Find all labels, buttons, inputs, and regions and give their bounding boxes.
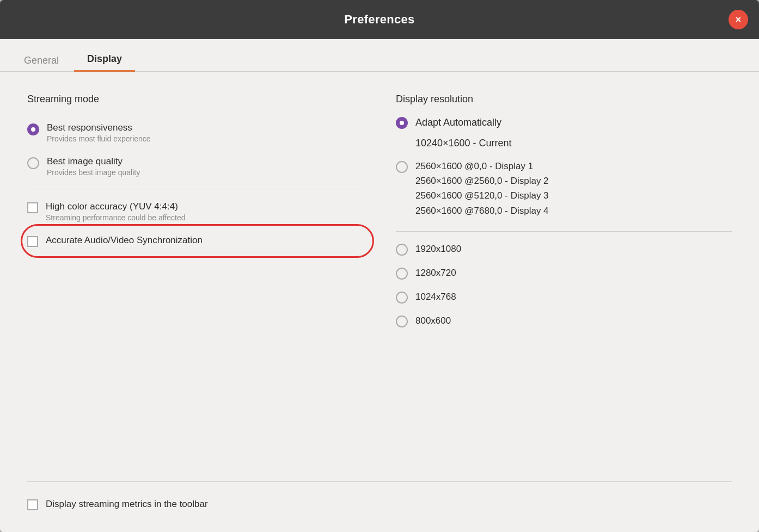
right-column: Display resolution Adapt Automatically 1… [396,94,732,471]
radio-label-best-responsiveness: Best responsiveness [47,122,151,133]
radio-display-group[interactable]: 2560×1600 @0,0 - Display 1 2560×1600 @25… [396,153,732,226]
current-resolution-text: 10240×1600 - Current [415,138,732,149]
divider-1 [27,189,363,189]
checkbox-streaming-metrics[interactable]: Display streaming metrics in the toolbar [27,498,732,510]
checkbox-label-audio-sync: Accurate Audio/Video Synchronization [46,235,203,246]
checkbox-label-high-color: High color accuracy (YUV 4:4:4) [46,201,186,212]
checkbox-sublabel-high-color: Streaming performance could be affected [46,213,186,222]
radio-circle-1920x1080[interactable] [396,244,408,256]
radio-1280x720[interactable]: 1280x720 [396,261,732,285]
bottom-section: Display streaming metrics in the toolbar [27,481,732,510]
radio-sublabel-best-responsiveness: Provides most fluid experience [47,134,151,143]
resolution-label-1920x1080: 1920x1080 [415,244,461,255]
left-column: Streaming mode Best responsiveness Provi… [27,94,363,471]
tab-display[interactable]: Display [74,48,135,72]
display-4-text: 2560×1600 @7680,0 - Display 4 [415,203,549,218]
tabs-bar: General Display [0,39,759,72]
checkbox-box-high-color[interactable] [27,202,38,213]
streaming-mode-title: Streaming mode [27,94,363,105]
checkbox-box-streaming-metrics[interactable] [27,499,38,510]
checkbox-audio-sync[interactable]: Accurate Audio/Video Synchronization [27,228,363,253]
radio-label-adapt-auto: Adapt Automatically [415,117,501,128]
radio-circle-adapt-auto[interactable] [396,117,408,129]
display-group-text: 2560×1600 @0,0 - Display 1 2560×1600 @25… [415,159,549,218]
display-1-text: 2560×1600 @0,0 - Display 1 [415,159,549,174]
divider-right-1 [396,231,732,232]
titlebar: Preferences × [0,0,759,39]
two-col-layout: Streaming mode Best responsiveness Provi… [27,94,732,471]
radio-sublabel-best-quality: Provides best image quality [47,168,140,177]
preferences-dialog: Preferences × General Display Streaming … [0,0,759,532]
radio-circle-best-responsiveness[interactable] [27,123,39,135]
display-2-text: 2560×1600 @2560,0 - Display 2 [415,174,549,188]
tab-general[interactable]: General [11,50,72,72]
checkbox-high-color[interactable]: High color accuracy (YUV 4:4:4) Streamin… [27,195,363,228]
radio-circle-800x600[interactable] [396,316,408,327]
radio-circle-1280x720[interactable] [396,268,408,280]
resolution-label-1024x768: 1024x768 [415,292,456,302]
main-content: Streaming mode Best responsiveness Provi… [0,72,759,532]
checkbox-label-streaming-metrics: Display streaming metrics in the toolbar [46,499,208,510]
resolution-label-1280x720: 1280x720 [415,268,456,279]
radio-1920x1080[interactable]: 1920x1080 [396,237,732,261]
radio-1024x768[interactable]: 1024x768 [396,285,732,309]
resolution-label-800x600: 800x600 [415,316,451,326]
radio-best-quality[interactable]: Best image quality Provides best image q… [27,150,363,183]
dialog-title: Preferences [344,13,414,27]
radio-adapt-auto[interactable]: Adapt Automatically [396,116,732,129]
radio-label-best-quality: Best image quality [47,156,140,167]
radio-best-responsiveness[interactable]: Best responsiveness Provides most fluid … [27,116,363,150]
display-resolution-title: Display resolution [396,94,732,105]
radio-circle-best-quality[interactable] [27,157,39,169]
close-button[interactable]: × [729,10,748,29]
display-3-text: 2560×1600 @5120,0 - Display 3 [415,188,549,203]
radio-circle-1024x768[interactable] [396,292,408,304]
radio-circle-display-group[interactable] [396,161,408,173]
radio-800x600[interactable]: 800x600 [396,309,732,333]
checkbox-box-audio-sync[interactable] [27,236,38,247]
